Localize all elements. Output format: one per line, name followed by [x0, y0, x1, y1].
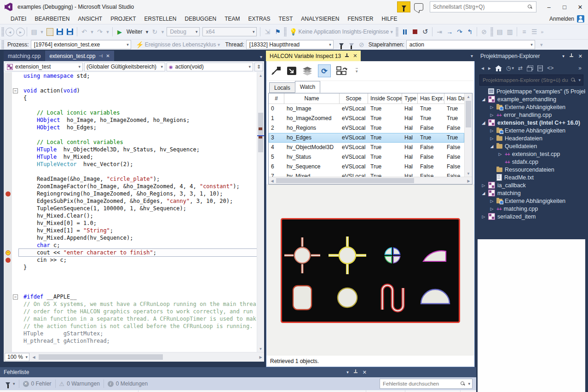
user-avatar-icon[interactable]: [577, 15, 584, 23]
tree-item[interactable]: ◢Quelldateien: [478, 142, 585, 150]
output-window-icon[interactable]: ▥: [505, 27, 515, 37]
menu-erstellen[interactable]: ERSTELLEN: [140, 14, 181, 23]
collapse-region-icon[interactable]: −: [13, 88, 18, 93]
toggle-flag-icon[interactable]: ⊘: [357, 40, 367, 50]
expand-icon[interactable]: ▷: [481, 214, 486, 219]
fold-margin[interactable]: −: [12, 293, 19, 300]
minimize-button[interactable]: –: [541, 1, 557, 13]
breakpoint-margin[interactable]: [4, 212, 12, 219]
scrollbar-thumb[interactable]: [258, 113, 263, 152]
thread-combo[interactable]: [18332] Hauptthread▾: [246, 40, 334, 49]
tree-item[interactable]: ◢example_errorhandling: [478, 95, 585, 103]
new-window-icon[interactable]: ▤: [29, 27, 39, 37]
fold-margin[interactable]: −: [12, 87, 19, 94]
table-row[interactable]: 2ho_RegionseVSLocalTrueHalFalseFalse: [269, 123, 464, 133]
breakpoint-margin[interactable]: [4, 109, 12, 116]
method-dropdown[interactable]: ◉ action(void)▾: [167, 63, 253, 71]
show-image-icon[interactable]: [287, 66, 297, 75]
toolbar-grip[interactable]: [1, 27, 4, 36]
navigate-forward-icon[interactable]: ▸: [16, 28, 25, 36]
scroll-right-icon[interactable]: ▶: [257, 354, 264, 360]
split-editor-handle[interactable]: ⇕: [254, 63, 263, 71]
breakpoint-margin[interactable]: [4, 146, 12, 153]
fold-margin[interactable]: [12, 278, 19, 286]
breakpoint-margin[interactable]: [4, 300, 12, 308]
halcon-title-tab[interactable]: HALCON Variable Inspect 13 ✕: [266, 51, 361, 61]
toolbar2-overflow-caret[interactable]: ▾: [539, 40, 544, 50]
breakpoint-margin[interactable]: [4, 337, 12, 345]
error-list-search-input[interactable]: [380, 381, 461, 386]
column-header[interactable]: #: [269, 93, 284, 104]
breakpoint-margin[interactable]: [4, 183, 12, 190]
undo-caret[interactable]: ▾: [89, 27, 95, 37]
warnings-count[interactable]: 0 Warnungen: [67, 380, 100, 387]
halcon-window-menu-caret[interactable]: ▾: [469, 52, 475, 60]
fold-margin[interactable]: [12, 249, 19, 256]
breakpoint-margin[interactable]: [4, 138, 12, 146]
breakpoint-margin[interactable]: [4, 161, 12, 168]
fold-margin[interactable]: [12, 219, 19, 227]
collapse-icon[interactable]: ◢: [490, 144, 494, 149]
breakpoint-margin[interactable]: [4, 72, 12, 80]
halcon-tab-watch[interactable]: Watch: [295, 81, 321, 93]
quick-launch-input[interactable]: [430, 4, 528, 10]
back-icon[interactable]: ◂: [481, 65, 484, 71]
attach-icon[interactable]: ⇲: [262, 27, 272, 37]
continue-label[interactable]: Weiter: [127, 29, 142, 35]
step-over-icon[interactable]: ↷: [455, 27, 465, 37]
hot-reload-caret[interactable]: ▾: [160, 27, 165, 37]
fold-margin[interactable]: [12, 330, 19, 337]
halcon-toolbar-overflow-caret[interactable]: ▾: [356, 68, 358, 74]
pin-icon[interactable]: [569, 53, 574, 59]
breakpoint-margin[interactable]: [4, 102, 12, 109]
breakpoint-margin[interactable]: [4, 293, 12, 300]
expand-icon[interactable]: ▷: [490, 128, 494, 133]
fold-margin[interactable]: [12, 131, 19, 138]
fold-margin[interactable]: [12, 124, 19, 131]
table-horizontal-scrollbar[interactable]: ◀ ▶: [269, 177, 472, 184]
close-icon[interactable]: ✕: [353, 53, 357, 59]
breakpoint-margin[interactable]: [4, 80, 12, 87]
fold-margin[interactable]: [12, 109, 19, 116]
new-window-caret[interactable]: ▾: [39, 27, 45, 37]
solution-search-input[interactable]: [480, 77, 571, 83]
project-dropdown[interactable]: extension_test▾: [5, 63, 83, 71]
table-row[interactable]: 3ho_EdgeseVSLocalTrueHalTrueTrue: [269, 133, 464, 143]
expand-icon[interactable]: ▷: [490, 105, 494, 110]
menu-fenster[interactable]: FENSTER: [343, 14, 377, 23]
collapse-region-icon[interactable]: −: [13, 294, 18, 300]
expand-icon[interactable]: ▷: [481, 183, 486, 188]
lifecycle-caret[interactable]: ▾: [216, 40, 221, 50]
breakpoint-margin[interactable]: [4, 234, 12, 242]
tree-item[interactable]: ◢matching: [478, 189, 585, 197]
menu-datei[interactable]: DATEI: [6, 14, 30, 23]
scroll-down-icon[interactable]: ▼: [257, 346, 264, 352]
scrollbar-thumb[interactable]: [39, 354, 163, 360]
close-button[interactable]: ✕: [572, 1, 588, 13]
fold-margin[interactable]: [12, 102, 19, 109]
fold-margin[interactable]: [12, 80, 19, 87]
lifecycle-icon[interactable]: ⚡: [135, 40, 145, 50]
collapse-icon[interactable]: ◢: [481, 97, 486, 102]
forward-icon[interactable]: ▸: [488, 65, 491, 71]
menu-hilfe[interactable]: HILFE: [377, 14, 401, 23]
pin-icon[interactable]: ⊣: [98, 53, 103, 58]
fold-margin[interactable]: [12, 256, 19, 264]
fold-margin[interactable]: [12, 271, 19, 278]
table-vertical-scrollbar[interactable]: ▲ ▼: [464, 93, 472, 177]
pin-icon[interactable]: [353, 369, 358, 375]
layers-icon[interactable]: [302, 66, 312, 75]
filter-threads-icon[interactable]: [336, 40, 346, 50]
document-tab[interactable]: extension_test.cpp⊣✕: [45, 51, 114, 61]
breakpoint-margin[interactable]: [4, 87, 12, 94]
breakpoint-margin[interactable]: [4, 315, 12, 323]
restart-icon[interactable]: ↺: [420, 27, 430, 37]
expand-icon[interactable]: ▷: [498, 152, 502, 156]
fold-margin[interactable]: [12, 175, 19, 183]
tree-item[interactable]: ▷++matching.cpp: [478, 205, 585, 213]
table-row[interactable]: 4hv_ObjectModel3DeVSLocalTrueHalFalseFal…: [269, 143, 464, 152]
breakpoint-margin[interactable]: [4, 190, 12, 197]
preview-selected-items-icon[interactable]: [537, 65, 543, 71]
breakpoint-margin[interactable]: →: [4, 249, 12, 256]
tree-item[interactable]: ++stdafx.cpp: [478, 158, 585, 166]
